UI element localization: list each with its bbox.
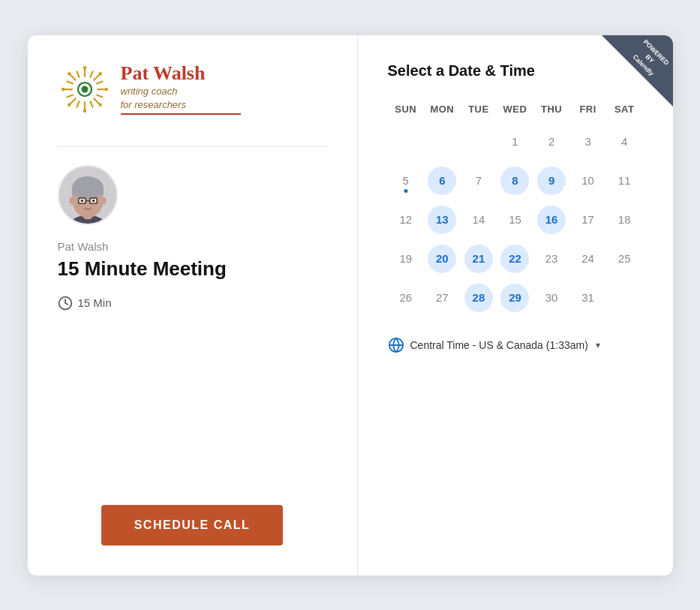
svg-point-19	[83, 109, 86, 113]
svg-point-25	[68, 103, 71, 107]
cal-cell-24: 24	[569, 241, 606, 277]
cal-cell-19: 19	[388, 241, 425, 277]
svg-point-21	[104, 87, 108, 91]
calendar-grid: 1 2 3 4 5 6 7 8 9 10 11 12 13 14 15 16 1…	[388, 124, 643, 316]
meeting-title: 15 Minute Meeting	[58, 257, 227, 281]
cal-cell-4: 4	[606, 124, 643, 160]
right-panel: POWEREDBYCalendly Select a Date & Time S…	[358, 35, 673, 575]
svg-point-23	[98, 103, 102, 107]
cal-cell-20[interactable]: 20	[424, 241, 461, 277]
timezone-text: Central Time - US & Canada (1:33am)	[410, 339, 588, 351]
calendar: SUN MON TUE WED THU FRI SAT 1 2 3 4 5 6	[388, 101, 643, 316]
cal-cell-22[interactable]: 22	[497, 241, 533, 277]
booking-card: Pat Walsh writing coachfor researchers	[28, 35, 673, 575]
cal-cell-18: 18	[606, 202, 643, 238]
svg-point-24	[98, 72, 102, 76]
cal-cell-8[interactable]: 8	[497, 163, 533, 199]
logo-tagline: writing coachfor researchers	[121, 85, 241, 112]
divider-top	[58, 146, 327, 147]
svg-point-22	[68, 72, 71, 76]
cal-cell-empty	[388, 124, 425, 160]
cal-cell-9[interactable]: 9	[533, 163, 570, 199]
svg-point-31	[69, 197, 75, 204]
cal-cell-31: 31	[569, 280, 606, 316]
svg-line-9	[90, 71, 93, 77]
svg-point-41	[102, 203, 105, 206]
col-header-sun: SUN	[388, 101, 425, 118]
cal-cell-30: 30	[533, 280, 570, 316]
globe-icon	[388, 337, 404, 353]
svg-point-20	[61, 87, 65, 91]
cal-cell-3: 3	[569, 124, 606, 160]
cal-cell-21[interactable]: 21	[461, 241, 497, 277]
cal-cell-13[interactable]: 13	[424, 202, 461, 238]
col-header-thu: THU	[533, 101, 570, 118]
svg-point-32	[101, 197, 107, 204]
avatar-row	[58, 165, 118, 225]
cal-cell-27: 27	[424, 280, 461, 316]
cal-cell-12: 12	[388, 202, 425, 238]
cal-cell-empty-end	[606, 280, 643, 316]
cal-cell-29[interactable]: 29	[497, 280, 533, 316]
logo-name: Pat Walsh	[121, 63, 241, 85]
svg-point-17	[81, 86, 88, 92]
host-name: Pat Walsh	[58, 240, 109, 253]
col-header-wed: WED	[497, 101, 533, 118]
svg-line-10	[96, 81, 103, 84]
calendar-header: SUN MON TUE WED THU FRI SAT	[388, 101, 643, 118]
svg-point-35	[80, 199, 83, 202]
svg-line-12	[90, 101, 93, 107]
left-panel: Pat Walsh writing coachfor researchers	[28, 35, 358, 575]
timezone-dropdown-arrow: ▾	[596, 340, 600, 350]
logo-area: Pat Walsh writing coachfor researchers	[58, 62, 241, 116]
svg-line-14	[66, 95, 73, 98]
timezone-row[interactable]: Central Time - US & Canada (1:33am) ▾	[388, 337, 643, 353]
cal-cell-16[interactable]: 16	[533, 202, 570, 238]
duration-text: 15 Min	[78, 296, 112, 309]
cal-cell-28[interactable]: 28	[461, 280, 497, 316]
cal-cell-6[interactable]: 6	[424, 163, 461, 199]
col-header-fri: FRI	[569, 101, 606, 118]
cal-cell-1: 1	[497, 124, 533, 160]
clock-icon	[58, 296, 73, 311]
cal-cell-17: 17	[569, 202, 606, 238]
cal-cell-14: 14	[461, 202, 497, 238]
svg-line-13	[77, 101, 80, 107]
cal-cell-15: 15	[497, 202, 533, 238]
svg-line-15	[66, 81, 73, 84]
cal-cell-11: 11	[606, 163, 643, 199]
select-date-time-heading: Select a Date & Time	[388, 62, 643, 80]
cal-cell-2: 2	[533, 124, 570, 160]
cal-cell-empty	[424, 124, 461, 160]
svg-point-36	[92, 199, 95, 202]
cal-cell-5: 5	[388, 163, 425, 199]
logo-icon	[58, 62, 112, 116]
svg-line-8	[77, 71, 80, 77]
svg-point-40	[71, 203, 74, 206]
cal-cell-10: 10	[569, 163, 606, 199]
col-header-mon: MON	[424, 101, 461, 118]
cal-cell-23: 23	[533, 241, 570, 277]
avatar	[58, 165, 118, 225]
svg-point-18	[83, 65, 86, 69]
cal-cell-25: 25	[606, 241, 643, 277]
cal-cell-empty	[461, 124, 497, 160]
col-header-sat: SAT	[606, 101, 643, 118]
logo-text-block: Pat Walsh writing coachfor researchers	[121, 63, 241, 115]
duration-row: 15 Min	[58, 296, 112, 311]
svg-line-11	[96, 95, 103, 98]
cal-cell-7: 7	[461, 163, 497, 199]
schedule-call-button[interactable]: SCHEDULE CALL	[101, 505, 284, 545]
col-header-tue: TUE	[461, 101, 497, 118]
cal-cell-26: 26	[388, 280, 425, 316]
